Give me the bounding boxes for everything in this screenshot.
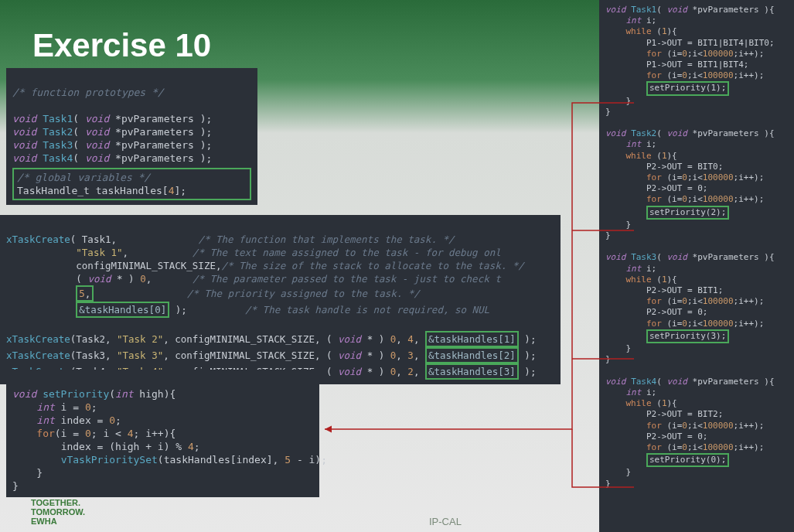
txt: } — [12, 480, 19, 492]
txt: ; i++){ — [134, 428, 176, 439]
footer-label: IP-CAL — [429, 516, 462, 527]
txt: (i = — [55, 428, 85, 439]
txt: * ) — [111, 273, 140, 285]
num: 0 — [85, 401, 91, 413]
code-xtaskcreate: xTaskCreate( Task1, /* The function that… — [0, 215, 561, 384]
txt: ( — [109, 388, 115, 400]
logo-l1: TOGETHER. — [31, 498, 80, 507]
txt: index = — [55, 414, 109, 426]
txt: index = (high + i) % — [61, 441, 188, 452]
txt: ; — [194, 441, 200, 452]
num: 0 — [140, 273, 146, 285]
code-tasks: void Task1( void *pvParameters ){ int i;… — [599, 0, 794, 532]
fn: vTaskPrioritySet — [61, 454, 158, 466]
txt: high){ — [134, 388, 176, 400]
txt: (taskHandles[index], — [158, 454, 285, 466]
globals-comment: /* global variables */ — [17, 172, 150, 183]
type: void — [87, 273, 111, 285]
ident: &taskHandles[0] — [79, 304, 166, 315]
num: 4 — [188, 441, 194, 452]
code-setpriority: void setPriority(int high){ int i = 0; i… — [6, 370, 319, 497]
cmt: /* The priority assigned to the task. */ — [187, 288, 420, 299]
num: 5 — [285, 454, 291, 466]
txt: ; — [91, 401, 97, 413]
code-prototypes: /* function prototypes */ void Task1( vo… — [6, 68, 257, 205]
fn: setPriority — [43, 388, 109, 400]
num: 0 — [109, 414, 115, 426]
num: 4 — [128, 428, 134, 439]
txt: i = — [55, 401, 85, 413]
txt: - i); — [291, 454, 327, 466]
txt: , — [146, 273, 152, 285]
globals-block: /* global variables */ TaskHandle_t task… — [12, 168, 251, 200]
footer-logo: TOGETHER. TOMORROW. EWHA — [31, 498, 85, 526]
txt: , — [85, 288, 91, 299]
priority-hl: 5, — [76, 285, 94, 302]
logo-l3: EWHA — [31, 517, 57, 526]
type: void — [12, 388, 36, 400]
type: int — [36, 401, 54, 413]
txt: ( — [76, 273, 87, 285]
cmt: /* The function that implements the task… — [198, 234, 454, 245]
txt: ; — [115, 414, 121, 426]
txt: ); — [169, 304, 187, 315]
txt: ; i < — [91, 428, 128, 439]
cmt: /* The size of the stack to allocate to … — [221, 260, 523, 271]
type: int — [36, 414, 54, 426]
str: "Task 1" — [76, 247, 122, 258]
txt: configMINIMAL_STACK_SIZE, — [76, 260, 221, 271]
handle-hl: &taskHandles[0] — [76, 302, 169, 318]
slide-title: Exercise 10 — [32, 27, 211, 64]
cmt: /* The text name assigned to the task - … — [193, 247, 501, 258]
txt: ( Task1, — [70, 234, 117, 245]
num: 0 — [85, 428, 91, 439]
num: 5 — [79, 288, 85, 299]
fn: xTaskCreate — [6, 234, 70, 245]
kw: for — [36, 428, 54, 439]
globals-num: 4 — [169, 185, 175, 196]
type: int — [115, 388, 133, 400]
globals-end: ]; — [175, 185, 187, 196]
cmt: /* The parameter passed to the task - ju… — [193, 273, 501, 285]
txt: , — [123, 247, 129, 258]
logo-l2: TOMORROW. — [31, 507, 85, 517]
comment: /* function prototypes */ — [12, 87, 164, 98]
txt: } — [36, 467, 43, 479]
globals-decl: TaskHandle_t taskHandles[ — [17, 185, 169, 196]
cmt: /* The task handle is not required, so N… — [245, 304, 489, 315]
